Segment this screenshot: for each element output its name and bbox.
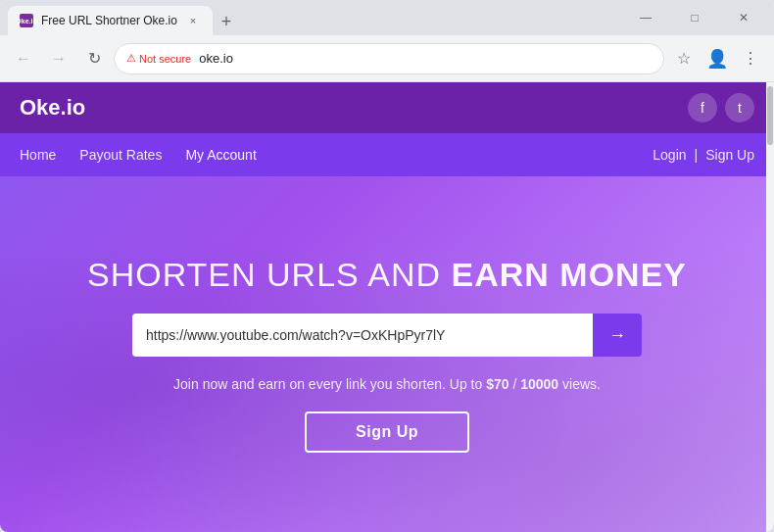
- site-nav: Home Payout Rates My Account Login | Sig…: [0, 133, 774, 176]
- security-warning: ⚠ Not secure: [126, 52, 191, 65]
- warning-icon: ⚠: [126, 52, 136, 65]
- maximize-button[interactable]: □: [672, 0, 717, 35]
- nav-payout-rates[interactable]: Payout Rates: [79, 147, 162, 163]
- page-content: Oke.io f t Home Payout Rates My Account …: [0, 82, 774, 532]
- forward-button[interactable]: →: [43, 43, 74, 74]
- back-button[interactable]: ←: [8, 43, 39, 74]
- nav-links: Home Payout Rates My Account: [20, 147, 653, 163]
- scrollbar-thumb[interactable]: [767, 86, 773, 145]
- hero-content: SHORTEN URLS AND EARN MONEY → Join now a…: [0, 176, 774, 532]
- hero-section: SHORTEN URLS AND EARN MONEY → Join now a…: [0, 176, 774, 532]
- browser-window: Oke.io Free URL Shortner Oke.io × + — □ …: [0, 0, 774, 532]
- refresh-button[interactable]: ↻: [78, 43, 110, 74]
- nav-login[interactable]: Login: [653, 147, 686, 163]
- tab-bar: Oke.io Free URL Shortner Oke.io × +: [8, 0, 623, 35]
- nav-right: Login | Sign Up: [653, 147, 754, 163]
- address-input-wrap[interactable]: ⚠ Not secure oke.io: [114, 43, 664, 74]
- tab-close-button[interactable]: ×: [185, 13, 201, 28]
- close-button[interactable]: ✕: [721, 0, 766, 35]
- hero-title-normal: SHORTEN URLS AND: [87, 256, 452, 293]
- hero-title: SHORTEN URLS AND EARN MONEY: [87, 256, 687, 294]
- site-logo: Oke.io: [20, 95, 688, 121]
- tab-favicon: Oke.io: [20, 14, 33, 27]
- window-controls: — □ ✕: [623, 0, 766, 35]
- security-text: Not secure: [139, 53, 191, 65]
- nav-signup[interactable]: Sign Up: [705, 147, 754, 163]
- bookmark-button[interactable]: ☆: [668, 43, 700, 74]
- account-button[interactable]: 👤: [701, 43, 733, 74]
- address-bar: ← → ↻ ⚠ Not secure oke.io ☆ 👤 ⋮: [0, 35, 774, 82]
- hero-signup-button[interactable]: Sign Up: [305, 411, 469, 453]
- hero-title-bold: EARN MONEY: [452, 256, 687, 293]
- hero-subtitle: Join now and earn on every link you shor…: [173, 376, 601, 392]
- tab-title: Free URL Shortner Oke.io: [41, 14, 177, 27]
- new-tab-button[interactable]: +: [213, 8, 240, 35]
- url-input-row: →: [132, 314, 642, 357]
- nav-my-account[interactable]: My Account: [185, 147, 256, 163]
- facebook-icon[interactable]: f: [688, 93, 717, 122]
- twitter-icon[interactable]: t: [725, 93, 754, 122]
- nav-divider: |: [695, 147, 699, 163]
- site-header: Oke.io f t: [0, 82, 774, 133]
- menu-button[interactable]: ⋮: [735, 43, 766, 74]
- nav-home[interactable]: Home: [20, 147, 56, 163]
- active-tab[interactable]: Oke.io Free URL Shortner Oke.io ×: [8, 6, 213, 35]
- header-social: f t: [688, 93, 754, 122]
- url-display: oke.io: [199, 51, 652, 66]
- url-submit-button[interactable]: →: [593, 314, 642, 357]
- address-actions: ☆ 👤 ⋮: [668, 43, 766, 74]
- title-bar: Oke.io Free URL Shortner Oke.io × + — □ …: [0, 0, 774, 35]
- url-input[interactable]: [132, 314, 593, 357]
- minimize-button[interactable]: —: [623, 0, 668, 35]
